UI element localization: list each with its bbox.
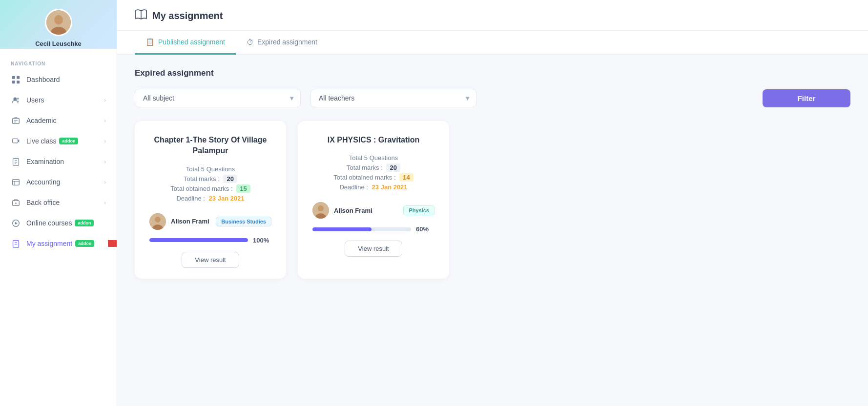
card-1-progress-row: 100% bbox=[149, 237, 271, 244]
tab-expired[interactable]: ⏱ Expired assignment bbox=[236, 31, 328, 55]
card-2-teacher-row: Alison Frami Physics bbox=[312, 202, 434, 219]
card-1-teacher-name: Alison Frami bbox=[171, 218, 211, 225]
sidebar-item-label: Back office bbox=[26, 199, 60, 206]
sidebar-item-label: My assignment bbox=[26, 240, 72, 247]
card-2-marks-val: 20 bbox=[386, 163, 400, 172]
card-2-obtained-val: 14 bbox=[399, 173, 413, 182]
card-2-title: IX PHYSICS : Gravitation bbox=[312, 135, 434, 145]
card-2-total-marks: Total marks : 20 bbox=[312, 164, 434, 171]
page-header: My assignment bbox=[117, 0, 868, 31]
active-arrow-icon bbox=[108, 238, 117, 249]
card-1-view-result-btn[interactable]: View result bbox=[182, 252, 239, 268]
card-2-progress-row: 60% bbox=[312, 225, 434, 233]
online-courses-icon bbox=[11, 218, 21, 228]
svg-rect-9 bbox=[12, 118, 19, 123]
section-title: Expired assignment bbox=[135, 68, 850, 78]
card-1-stats: Total 5 Questions Total marks : 20 Total… bbox=[149, 165, 271, 204]
sidebar-item-label: Examination bbox=[26, 158, 64, 165]
filters-row: All subject Physics Mathematics Business… bbox=[135, 89, 850, 107]
content-area: Expired assignment All subject Physics M… bbox=[117, 55, 868, 406]
sidebar-item-my-assignment[interactable]: My assignment addon bbox=[0, 233, 117, 254]
tab-published[interactable]: 📋 Published assignment bbox=[135, 31, 236, 55]
svg-marker-24 bbox=[15, 222, 17, 224]
chevron-right-icon: › bbox=[104, 97, 106, 103]
card-2-stats: Total 5 Questions Total marks : 20 Total… bbox=[312, 154, 434, 193]
card-2-progress-pct: 60% bbox=[416, 225, 434, 233]
svg-point-1 bbox=[54, 15, 63, 25]
svg-point-34 bbox=[318, 205, 324, 211]
teacher-filter[interactable]: All teachers Alison Frami John Doe bbox=[310, 89, 476, 107]
published-tab-icon: 📋 bbox=[145, 38, 155, 46]
card-1-subject-badge: Business Studies bbox=[216, 217, 271, 226]
sidebar-item-label: Academic bbox=[26, 117, 56, 124]
subject-filter-wrap: All subject Physics Mathematics Business… bbox=[135, 89, 301, 107]
card-1-progress-pct: 100% bbox=[253, 237, 271, 244]
chevron-right-icon: › bbox=[104, 179, 106, 185]
chevron-right-icon: › bbox=[104, 118, 106, 123]
svg-rect-12 bbox=[12, 139, 18, 143]
card-1-total-marks: Total marks : 20 bbox=[149, 175, 271, 183]
my-assignment-icon bbox=[11, 239, 21, 248]
card-1-deadline: Deadline : 23 Jan 2021 bbox=[149, 195, 271, 202]
teacher-filter-wrap: All teachers Alison Frami John Doe ▼ bbox=[310, 89, 476, 107]
card-1-progress-bg bbox=[149, 238, 248, 242]
sidebar-item-users[interactable]: Users › bbox=[0, 90, 117, 110]
addon-badge: addon bbox=[75, 240, 94, 247]
profile-name: Cecil Leuschke bbox=[35, 40, 82, 47]
back-office-icon bbox=[11, 198, 21, 207]
sidebar-item-academic[interactable]: Academic › bbox=[0, 110, 117, 131]
card-1-progress-fill bbox=[149, 238, 248, 242]
card-1-obtained-val: 15 bbox=[236, 184, 250, 193]
addon-badge: addon bbox=[59, 138, 78, 144]
sidebar-item-label: Users bbox=[26, 96, 44, 104]
card-2-obtained-marks: Total obtained marks : 14 bbox=[312, 174, 434, 181]
chevron-right-icon: › bbox=[104, 138, 106, 144]
page-title: My assignment bbox=[152, 10, 223, 21]
sidebar-item-back-office[interactable]: Back office › bbox=[0, 192, 117, 213]
card-2-teacher-name: Alison Frami bbox=[334, 207, 398, 214]
sidebar-item-examination[interactable]: Examination › bbox=[0, 151, 117, 172]
sidebar-item-dashboard[interactable]: Dashboard bbox=[0, 69, 117, 90]
card-2-total-questions: Total 5 Questions bbox=[312, 154, 434, 162]
tab-published-label: Published assignment bbox=[158, 38, 225, 46]
main-content: My assignment 📋 Published assignment ⏱ E… bbox=[117, 0, 868, 406]
expired-tab-icon: ⏱ bbox=[247, 38, 254, 46]
filter-button[interactable]: Filter bbox=[763, 89, 850, 107]
card-2-progress-bg bbox=[312, 227, 411, 231]
cards-container: Chapter 1-The Story Of Village Palampur … bbox=[135, 121, 850, 279]
sidebar: Cecil Leuschke NAVIGATION Dashboard User… bbox=[0, 0, 117, 406]
card-2-view-result-btn[interactable]: View result bbox=[345, 241, 402, 257]
card-1-marks-val: 20 bbox=[223, 175, 237, 183]
card-1-title: Chapter 1-The Story Of Village Palampur bbox=[149, 135, 271, 157]
sidebar-item-live-class[interactable]: Live class addon › bbox=[0, 131, 117, 151]
svg-rect-6 bbox=[17, 81, 20, 83]
sidebar-item-label: Accounting bbox=[26, 178, 60, 186]
sidebar-item-online-courses[interactable]: Online courses addon bbox=[0, 213, 117, 233]
chevron-right-icon: › bbox=[104, 200, 106, 205]
sidebar-item-accounting[interactable]: Accounting › bbox=[0, 172, 117, 192]
svg-rect-3 bbox=[12, 76, 15, 79]
dashboard-icon bbox=[11, 75, 21, 84]
assignment-card-1: Chapter 1-The Story Of Village Palampur … bbox=[135, 121, 286, 279]
card-2-deadline-val: 23 Jan 2021 bbox=[372, 183, 408, 191]
svg-rect-17 bbox=[12, 179, 19, 185]
examination-icon bbox=[11, 157, 21, 166]
card-1-total-questions: Total 5 Questions bbox=[149, 165, 271, 173]
card-2-progress-fill bbox=[312, 227, 372, 231]
users-icon bbox=[11, 95, 21, 105]
card-1-obtained-marks: Total obtained marks : 15 bbox=[149, 185, 271, 192]
card-1-deadline-val: 23 Jan 2021 bbox=[209, 195, 245, 202]
addon-badge: addon bbox=[75, 220, 94, 226]
card-1-teacher-row: Alison Frami Business Studies bbox=[149, 213, 271, 230]
sidebar-item-label: Dashboard bbox=[26, 76, 60, 83]
sidebar-item-label: Online courses bbox=[26, 219, 72, 227]
card-2-teacher-avatar bbox=[312, 202, 329, 219]
live-class-icon bbox=[11, 136, 21, 146]
assignment-card-2: IX PHYSICS : Gravitation Total 5 Questio… bbox=[298, 121, 449, 279]
svg-rect-5 bbox=[12, 81, 15, 83]
subject-filter[interactable]: All subject Physics Mathematics Business… bbox=[135, 89, 301, 107]
academic-icon bbox=[11, 116, 21, 125]
book-icon bbox=[135, 9, 147, 22]
card-1-teacher-avatar bbox=[149, 213, 166, 230]
card-2-deadline: Deadline : 23 Jan 2021 bbox=[312, 183, 434, 191]
